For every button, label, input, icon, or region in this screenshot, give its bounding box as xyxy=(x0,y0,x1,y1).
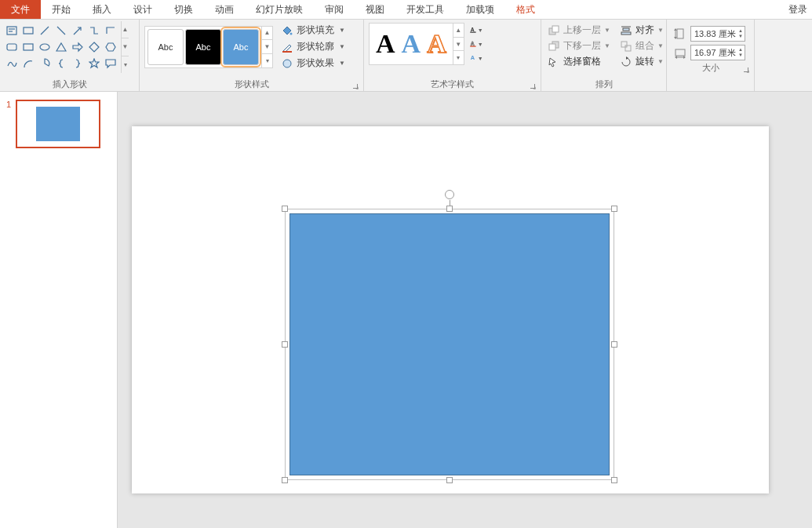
slide-number: 1 xyxy=(6,100,11,148)
shapes-gallery-scroll[interactable]: ▲ ▼ ▾ xyxy=(121,21,129,73)
dialog-launcher-icon[interactable] xyxy=(528,82,536,89)
tab-review[interactable]: 审阅 xyxy=(314,0,355,19)
resize-handle-w[interactable] xyxy=(282,341,288,348)
tab-insert[interactable]: 插入 xyxy=(82,0,122,19)
resize-handle-e[interactable] xyxy=(611,341,617,348)
shape-outline-button[interactable]: 形状轮廓 ▼ xyxy=(278,39,348,54)
resize-handle-s[interactable] xyxy=(446,477,453,483)
slide-thumbnail-pane[interactable]: 1 xyxy=(0,92,118,528)
scroll-up-icon[interactable]: ▲ xyxy=(453,24,464,38)
shape-hexagon-icon[interactable] xyxy=(103,39,118,55)
text-outline-button[interactable]: A▼ xyxy=(469,38,483,50)
wordart-style-1[interactable]: A xyxy=(376,29,395,59)
svg-rect-16 xyxy=(282,51,292,53)
spinner-icon[interactable]: ▲▼ xyxy=(738,28,743,39)
shape-textbox-icon[interactable] xyxy=(4,23,20,38)
scroll-down-icon[interactable]: ▼ xyxy=(122,38,129,56)
shape-triangle-icon[interactable] xyxy=(53,39,69,55)
sign-in-link[interactable]: 登录 xyxy=(788,3,807,16)
wordart-scroll[interactable]: ▲ ▼ ▾ xyxy=(453,23,464,65)
shape-effects-button[interactable]: 形状效果 ▼ xyxy=(278,56,348,71)
shape-arc-icon[interactable] xyxy=(20,56,36,71)
wordart-gallery[interactable]: A A A xyxy=(369,23,453,65)
shape-width-input[interactable]: 16.97 厘米▲▼ xyxy=(690,45,745,60)
rotate-button[interactable]: 旋转▼ xyxy=(617,54,667,69)
align-button[interactable]: 对齐▼ xyxy=(617,23,667,38)
tab-developer[interactable]: 开发工具 xyxy=(395,0,455,19)
slide-thumbnail-preview[interactable] xyxy=(16,100,100,148)
shape-style-2[interactable]: Abc xyxy=(185,29,221,65)
tab-format[interactable]: 格式 xyxy=(505,0,546,19)
resize-handle-sw[interactable] xyxy=(282,477,288,483)
shape-style-1[interactable]: Abc xyxy=(147,29,184,65)
shape-style-scroll[interactable]: ▲ ▼ ▾ xyxy=(262,26,273,68)
shape-arrowr-icon[interactable] xyxy=(70,39,86,55)
scroll-down-icon[interactable]: ▼ xyxy=(262,40,272,54)
shape-diamond-icon[interactable] xyxy=(86,39,102,55)
shape-roundrect-icon[interactable] xyxy=(4,39,20,55)
shape-star-icon[interactable] xyxy=(86,56,102,71)
tab-animations[interactable]: 动画 xyxy=(204,0,245,19)
resize-handle-se[interactable] xyxy=(611,477,617,483)
group-shape-styles: Abc Abc Abc ▲ ▼ ▾ 形状填充 ▼ xyxy=(140,20,364,91)
wordart-style-3[interactable]: A xyxy=(427,29,446,59)
svg-marker-14 xyxy=(89,59,99,67)
text-fill-button[interactable]: A▼ xyxy=(469,24,483,36)
resize-handle-nw[interactable] xyxy=(282,206,288,212)
selected-shape[interactable] xyxy=(285,209,614,480)
svg-rect-31 xyxy=(625,46,631,51)
scroll-down-icon[interactable]: ▼ xyxy=(453,38,464,52)
group-button[interactable]: 组合▼ xyxy=(617,38,667,53)
shape-ellipse-icon[interactable] xyxy=(37,39,53,55)
shape-arrow-icon[interactable] xyxy=(70,23,86,38)
send-backward-button[interactable]: 下移一层▼ xyxy=(544,38,614,53)
scroll-more-icon[interactable]: ▾ xyxy=(262,54,272,67)
scroll-more-icon[interactable]: ▾ xyxy=(453,51,464,64)
shape-height-input[interactable]: 13.83 厘米▲▼ xyxy=(690,26,745,42)
svg-marker-32 xyxy=(626,56,628,60)
shape-callout-icon[interactable] xyxy=(103,56,118,71)
shape-fill-button[interactable]: 形状填充 ▼ xyxy=(278,23,348,38)
slide-canvas-area[interactable] xyxy=(118,92,812,528)
scroll-up-icon[interactable]: ▲ xyxy=(122,21,129,38)
shape-line2-icon[interactable] xyxy=(53,23,69,38)
rotate-handle[interactable] xyxy=(445,190,454,199)
spinner-icon[interactable]: ▲▼ xyxy=(738,47,743,58)
tab-file[interactable]: 文件 xyxy=(0,0,41,19)
resize-handle-ne[interactable] xyxy=(611,206,617,212)
shape-elbow-icon[interactable] xyxy=(103,23,118,38)
shape-style-gallery[interactable]: Abc Abc Abc xyxy=(144,26,262,68)
bucket-icon xyxy=(281,24,293,37)
scroll-up-icon[interactable]: ▲ xyxy=(262,27,272,41)
tab-slideshow[interactable]: 幻灯片放映 xyxy=(245,0,314,19)
shape-curve-icon[interactable] xyxy=(4,56,20,71)
dialog-launcher-icon[interactable] xyxy=(351,82,359,89)
shape-pie-icon[interactable] xyxy=(37,56,53,71)
svg-text:A: A xyxy=(471,27,475,32)
dialog-launcher-icon[interactable] xyxy=(741,65,749,73)
shape-rect-icon[interactable] xyxy=(20,23,36,38)
shape-style-3[interactable]: Abc xyxy=(223,29,259,65)
shape-brace-icon[interactable] xyxy=(53,56,69,71)
wordart-style-2[interactable]: A xyxy=(402,29,421,59)
svg-line-4 xyxy=(41,27,49,35)
shapes-gallery[interactable]: ▲ ▼ ▾ xyxy=(3,21,129,73)
rectangle-shape[interactable] xyxy=(289,213,610,475)
tab-design[interactable]: 设计 xyxy=(122,0,163,19)
slide-thumbnail-1[interactable]: 1 xyxy=(6,100,111,148)
dropdown-icon: ▼ xyxy=(339,60,345,67)
shape-rect2-icon[interactable] xyxy=(20,39,36,55)
selection-pane-button[interactable]: 选择窗格 xyxy=(544,54,614,69)
tab-view[interactable]: 视图 xyxy=(355,0,395,19)
slide[interactable] xyxy=(132,126,769,493)
shape-line-icon[interactable] xyxy=(37,23,53,38)
tab-home[interactable]: 开始 xyxy=(41,0,82,19)
text-effects-button[interactable]: A▼ xyxy=(469,52,483,64)
shape-brace2-icon[interactable] xyxy=(70,56,86,71)
tab-addins[interactable]: 加载项 xyxy=(455,0,505,19)
shape-connector-icon[interactable] xyxy=(86,23,102,38)
resize-handle-n[interactable] xyxy=(446,206,453,212)
tab-transitions[interactable]: 切换 xyxy=(163,0,204,19)
bring-forward-button[interactable]: 上移一层▼ xyxy=(544,23,614,38)
scroll-more-icon[interactable]: ▾ xyxy=(122,56,129,73)
